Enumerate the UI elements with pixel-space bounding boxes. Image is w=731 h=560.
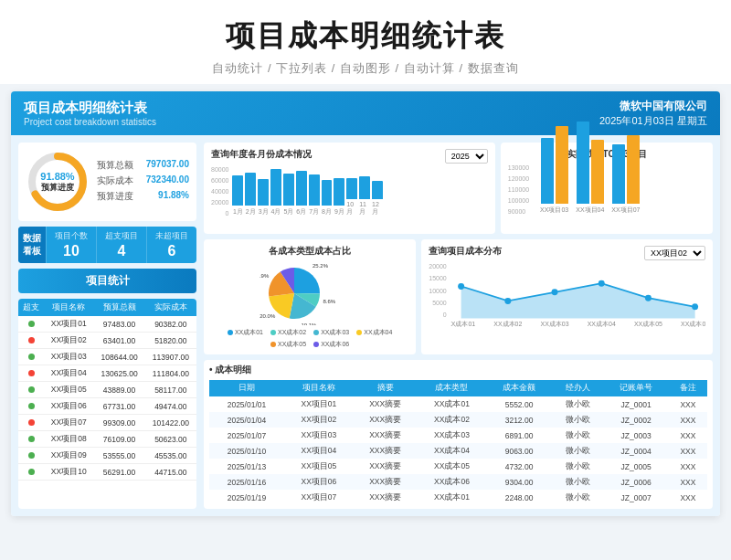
under-value: 6	[149, 242, 195, 259]
bar-label: 6月	[296, 207, 306, 217]
over-value: 4	[99, 242, 144, 259]
detail-table-cell: 2025/01/13	[209, 459, 284, 474]
detail-table-cell: 2025/01/19	[209, 490, 284, 505]
detail-table-cell: XX成本05	[418, 459, 487, 474]
top3-chart-wrapper: 13000012000011000010000090000 XX项目03XX项目…	[508, 164, 705, 228]
detail-table-cell: XX项目03	[284, 428, 354, 443]
table-row: XX项目05 43889.00 58117.00	[18, 382, 196, 398]
under-title: 未超项目	[149, 230, 195, 242]
over-title: 超支项目	[99, 230, 144, 242]
pie-legend-item: XX成本05	[270, 340, 306, 349]
top3-group-label: XX项目04	[576, 206, 604, 215]
left-table: 超支 项目名称 预算总额 实际成本 XX项目01 97483.00 90382.…	[18, 299, 196, 509]
bar-column: 3月	[258, 166, 269, 217]
pie-legend-label: XX成本06	[321, 340, 349, 349]
col-header-actual: 实际成本	[145, 299, 196, 316]
pie-legend-label: XX成本05	[278, 340, 306, 349]
detail-table-cell: 2248.00	[486, 490, 551, 505]
row-actual: 101422.00	[145, 415, 196, 431]
summary-col-projects: 项目个数 10	[46, 227, 96, 263]
detail-col-header: 经办人	[552, 380, 604, 396]
detail-table-cell: XXX	[669, 459, 707, 474]
card-subtitle-en: Project cost breakdown statistics	[24, 117, 156, 127]
line-x-label: XX成本01	[450, 321, 475, 327]
actual-value: 732340.00	[146, 174, 189, 187]
card-body: 91.88% 预算进度 预算总额 797037.00 实际成本 732340.0…	[11, 135, 720, 516]
col-header-status: 超支	[18, 299, 44, 316]
detail-table-cell: 微小欧	[552, 443, 604, 459]
table-row: XX项目03 108644.00 113907.00	[18, 349, 196, 365]
detail-table-cell: JZ_0006	[603, 474, 668, 490]
row-status	[18, 333, 44, 349]
row-status	[18, 464, 44, 481]
detail-table-cell: XXX	[669, 443, 707, 459]
detail-col-header: 记账单号	[603, 380, 668, 396]
pie-legend-label: XX成本04	[364, 328, 392, 337]
summary-col-under: 未超项目 6	[146, 227, 196, 263]
bar-label: 2月	[246, 207, 256, 217]
card-title: 项目成本明细统计表	[24, 100, 156, 117]
col-header-name: 项目名称	[44, 299, 93, 316]
row-budget: 99309.00	[93, 415, 144, 431]
detail-table-cell: 4732.00	[486, 459, 551, 474]
table-row: XX项目04 130625.00 111804.00	[18, 365, 196, 382]
project-stats-button[interactable]: 项目统计	[18, 269, 196, 293]
line-x-label: XX成本06	[681, 321, 705, 327]
bar-label: 5月	[283, 207, 293, 217]
right-panel: 查询年度各月份成本情况 2025 800006000040000200000 1…	[204, 143, 713, 509]
row-budget: 97483.00	[93, 316, 144, 333]
row-actual: 113907.00	[145, 349, 196, 365]
bar-chart-title-row: 查询年度各月份成本情况 2025	[211, 148, 488, 164]
row-status	[18, 431, 44, 448]
row-name: XX项目07	[44, 415, 93, 431]
detail-table-cell: XXX摘要	[354, 474, 418, 490]
data-summary: 数据看板 项目个数 10 超支项目 4 未超项目 6	[18, 227, 196, 263]
bar-column: 6月	[296, 166, 307, 217]
status-dot	[28, 419, 35, 426]
top3-y-axis: 13000012000011000010000090000	[508, 164, 531, 215]
row-name: XX项目03	[44, 349, 93, 365]
bar-fill	[245, 173, 256, 206]
bar-fill	[296, 171, 307, 206]
top3-group-label: XX项目07	[611, 206, 640, 215]
detail-table-row: 2025/01/19XX项目07XXX摘要XX成本012248.00微小欧JZ_…	[209, 490, 707, 505]
bar-fill	[309, 174, 320, 206]
bar-label: 4月	[271, 207, 281, 217]
row-name: XX项目02	[44, 333, 93, 349]
stats-box: 91.88% 预算进度 预算总额 797037.00 实际成本 732340.0…	[18, 143, 196, 221]
stats-row-progress: 预算进度 91.88%	[97, 190, 189, 203]
project-select[interactable]: XX项目02	[644, 246, 705, 260]
line-point	[551, 289, 557, 295]
year-select[interactable]: 2025	[445, 149, 488, 164]
detail-section: • 成本明细 日期项目名称摘要成本类型成本金额经办人记账单号备注 2025/01…	[204, 360, 713, 509]
bar-chart-title: 查询年度各月份成本情况	[211, 148, 312, 161]
detail-table: 日期项目名称摘要成本类型成本金额经办人记账单号备注 2025/01/01XX项目…	[209, 380, 707, 505]
detail-table-cell: 微小欧	[552, 396, 604, 412]
bar-column: 12月	[372, 166, 383, 217]
table-row: XX项目09 53555.00 45535.00	[18, 448, 196, 464]
detail-table-cell: JZ_0002	[603, 412, 668, 428]
table-row: XX项目07 99309.00 101422.00	[18, 415, 196, 431]
status-dot	[28, 354, 35, 360]
pie-legend-dot	[228, 330, 233, 335]
row-actual: 49474.00	[145, 398, 196, 415]
detail-col-header: 摘要	[354, 380, 418, 396]
bar-chart-box: 查询年度各月份成本情况 2025 800006000040000200000 1…	[204, 143, 495, 234]
detail-table-cell: XX成本02	[418, 412, 487, 428]
row-name: XX项目10	[44, 464, 93, 481]
status-dot	[28, 337, 35, 343]
bar-label: 7月	[309, 207, 319, 217]
row-name: XX项目08	[44, 431, 93, 448]
row-actual: 90382.00	[145, 316, 196, 333]
detail-col-header: 日期	[209, 380, 284, 396]
row-actual: 58117.00	[145, 382, 196, 398]
detail-table-row: 2025/01/13XX项目05XXX摘要XX成本054732.00微小欧JZ_…	[209, 459, 707, 474]
pie-legend-label: XX成本03	[321, 328, 349, 337]
col-header-budget: 预算总额	[93, 299, 144, 316]
row-name: XX项目04	[44, 365, 93, 382]
bar-fill	[283, 174, 294, 206]
status-dot	[28, 370, 35, 376]
line-x-label: XX成本02	[493, 321, 522, 327]
pie-legend-item: XX成本02	[270, 328, 306, 337]
detail-table-cell: 2025/01/16	[209, 474, 284, 490]
